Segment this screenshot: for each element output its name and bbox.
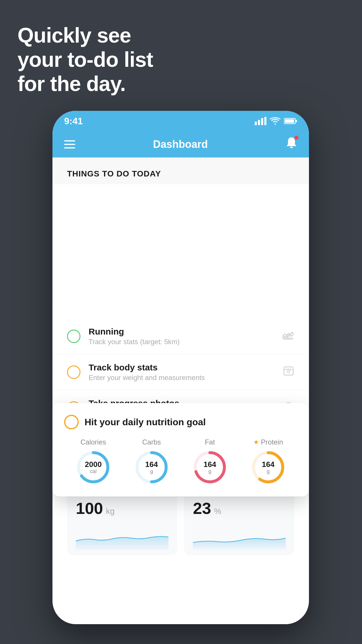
carbs-value: 164 g [145,460,158,474]
running-subtitle: Track your stats (target: 5km) [89,338,273,346]
calories-unit: cal [85,468,102,474]
macro-calories: Calories 2000 cal [76,438,111,485]
body-stats-check [67,365,80,379]
nav-bar: Dashboard [52,131,309,158]
protein-label: ★ Protein [253,438,283,446]
body-fat-value: 23 % [193,499,286,518]
nutrition-card[interactable]: Hit your daily nutrition goal Calories 2… [52,403,309,496]
running-check [67,330,80,343]
status-icons [255,117,297,125]
running-icon [282,330,294,343]
macro-carbs: Carbs 164 g [134,438,169,485]
body-fat-chart [193,526,286,550]
body-fat-num: 23 [193,499,211,518]
svg-rect-2 [261,118,263,125]
nutrition-check-circle [64,415,79,429]
carbs-label: Carbs [142,438,161,446]
notification-dot [294,136,298,140]
carbs-ring: 164 g [134,450,169,485]
things-today-title: THINGS TO DO TODAY [67,169,294,178]
protein-ring: 164 g [251,450,286,485]
body-stats-text: Track body stats Enter your weight and m… [89,363,275,382]
body-weight-unit: kg [106,507,115,516]
svg-point-18 [287,371,290,373]
body-weight-value: 100 kg [76,499,168,518]
body-weight-chart [76,526,168,550]
protein-value: 164 g [262,460,274,474]
body-stats-title: Track body stats [89,363,275,372]
fat-unit: g [203,468,216,474]
fat-label: Fat [205,438,215,446]
body-weight-num: 100 [76,499,103,518]
fat-num: 164 [203,460,216,469]
menu-button[interactable] [64,140,75,148]
todo-running[interactable]: Running Track your stats (target: 5km) [52,318,309,354]
calories-ring: 2000 cal [76,450,111,485]
nutrition-macros: Calories 2000 cal Carbs [64,438,297,485]
fat-value: 164 g [203,460,216,474]
svg-rect-5 [296,120,297,122]
protein-num: 164 [262,460,274,469]
calories-value: 2000 cal [85,460,102,474]
battery-icon [284,118,297,125]
calories-label: Calories [80,438,106,446]
phone-mockup: 9:41 [52,111,309,624]
carbs-num: 164 [145,460,158,469]
nutrition-title: Hit your daily nutrition goal [85,417,206,428]
svg-rect-0 [255,122,257,125]
macro-protein: ★ Protein 164 g [251,438,286,485]
running-text: Running Track your stats (target: 5km) [89,327,273,346]
wifi-icon [270,117,280,125]
hero-text: Quickly see your to-do list for the day. [17,23,153,96]
protein-unit: g [262,468,274,474]
nav-title: Dashboard [153,138,208,150]
svg-rect-1 [258,120,260,125]
calories-num: 2000 [85,460,102,469]
notification-bell[interactable] [286,137,297,152]
svg-rect-6 [285,119,294,123]
running-title: Running [89,327,273,337]
scale-icon [283,365,294,379]
macro-fat: Fat 164 g [192,438,227,485]
todo-body-stats[interactable]: Track body stats Enter your weight and m… [52,354,309,390]
fat-ring: 164 g [192,450,227,485]
svg-point-15 [282,337,294,340]
body-stats-subtitle: Enter your weight and measurements [89,374,275,382]
body-fat-unit: % [214,507,221,516]
svg-rect-3 [264,117,266,125]
status-time: 9:41 [64,116,83,127]
signal-icon [255,117,266,125]
things-today-header: THINGS TO DO TODAY [52,158,309,184]
nutrition-card-header: Hit your daily nutrition goal [64,415,297,429]
carbs-unit: g [145,468,158,474]
main-content: Hit your daily nutrition goal Calories 2… [52,318,309,567]
star-icon: ★ [253,438,259,446]
status-bar: 9:41 [52,111,309,131]
